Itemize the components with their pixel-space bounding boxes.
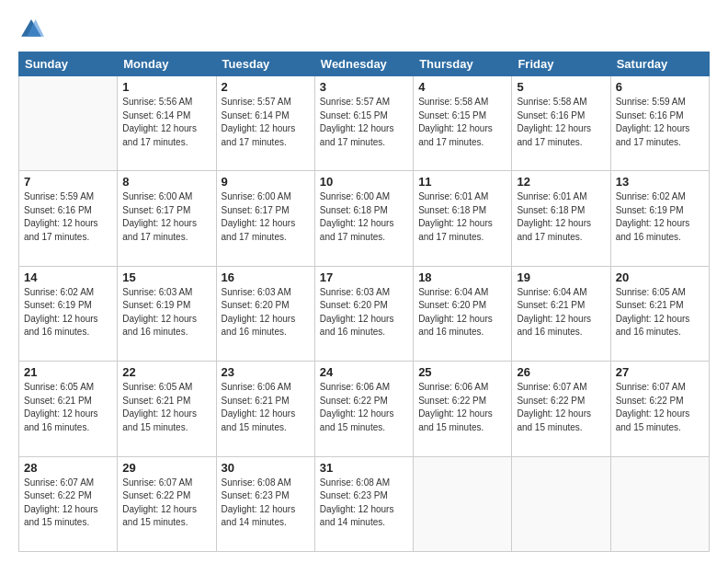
day-number: 29 [122,461,210,475]
calendar-cell: 28Sunrise: 6:07 AMSunset: 6:22 PMDayligh… [19,456,118,551]
day-info: Sunrise: 5:58 AMSunset: 6:15 PMDaylight:… [418,96,506,149]
calendar-cell: 24Sunrise: 6:06 AMSunset: 6:22 PMDayligh… [314,362,413,456]
day-number: 21 [24,365,112,379]
day-info: Sunrise: 6:00 AMSunset: 6:18 PMDaylight:… [320,190,408,244]
calendar-cell: 19Sunrise: 6:04 AMSunset: 6:21 PMDayligh… [512,266,610,361]
calendar-cell: 7Sunrise: 5:59 AMSunset: 6:16 PMDaylight… [19,171,118,266]
calendar-cell [610,456,709,551]
day-number: 26 [517,365,605,379]
day-info: Sunrise: 6:05 AMSunset: 6:21 PMDaylight:… [122,381,210,434]
day-number: 3 [320,80,408,94]
day-info: Sunrise: 6:05 AMSunset: 6:21 PMDaylight:… [616,286,704,339]
day-number: 31 [320,461,408,475]
calendar-table: SundayMondayTuesdayWednesdayThursdayFrid… [18,52,710,552]
day-info: Sunrise: 6:07 AMSunset: 6:22 PMDaylight:… [24,477,112,530]
day-info: Sunrise: 6:08 AMSunset: 6:23 PMDaylight:… [320,477,408,530]
weekday-header: Tuesday [216,52,314,76]
calendar-cell [19,76,118,171]
day-number: 7 [24,175,112,189]
calendar-cell: 10Sunrise: 6:00 AMSunset: 6:18 PMDayligh… [314,171,413,266]
calendar-cell: 17Sunrise: 6:03 AMSunset: 6:20 PMDayligh… [314,266,413,361]
day-info: Sunrise: 5:57 AMSunset: 6:15 PMDaylight:… [320,96,408,149]
day-info: Sunrise: 6:08 AMSunset: 6:23 PMDaylight:… [222,477,310,530]
calendar-cell: 15Sunrise: 6:03 AMSunset: 6:19 PMDayligh… [118,266,216,361]
day-info: Sunrise: 6:03 AMSunset: 6:20 PMDaylight:… [320,286,408,339]
calendar-week-row: 1Sunrise: 5:56 AMSunset: 6:14 PMDaylight… [19,76,710,171]
day-number: 8 [122,175,210,189]
calendar-week-row: 21Sunrise: 6:05 AMSunset: 6:21 PMDayligh… [19,362,710,456]
calendar-cell: 14Sunrise: 6:02 AMSunset: 6:19 PMDayligh… [19,266,118,361]
day-info: Sunrise: 6:07 AMSunset: 6:22 PMDaylight:… [517,381,605,434]
day-number: 18 [418,270,506,284]
day-number: 6 [616,80,704,94]
day-number: 24 [320,365,408,379]
day-number: 10 [320,175,408,189]
day-number: 11 [418,175,506,189]
day-number: 17 [320,270,408,284]
day-info: Sunrise: 6:06 AMSunset: 6:21 PMDaylight:… [222,381,310,434]
calendar-cell: 31Sunrise: 6:08 AMSunset: 6:23 PMDayligh… [314,456,413,551]
day-number: 15 [122,270,210,284]
day-number: 2 [222,80,310,94]
day-info: Sunrise: 5:59 AMSunset: 6:16 PMDaylight:… [616,96,704,149]
day-number: 14 [24,270,112,284]
calendar-cell: 6Sunrise: 5:59 AMSunset: 6:16 PMDaylight… [610,76,709,171]
day-info: Sunrise: 6:02 AMSunset: 6:19 PMDaylight:… [24,286,112,339]
day-number: 1 [122,80,210,94]
calendar-week-row: 14Sunrise: 6:02 AMSunset: 6:19 PMDayligh… [19,266,710,361]
calendar-cell: 30Sunrise: 6:08 AMSunset: 6:23 PMDayligh… [216,456,314,551]
day-number: 19 [517,270,605,284]
calendar-cell: 26Sunrise: 6:07 AMSunset: 6:22 PMDayligh… [512,362,610,456]
weekday-header: Thursday [414,52,512,76]
calendar-cell: 8Sunrise: 6:00 AMSunset: 6:17 PMDaylight… [118,171,216,266]
calendar-cell: 16Sunrise: 6:03 AMSunset: 6:20 PMDayligh… [216,266,314,361]
day-number: 16 [222,270,310,284]
calendar-cell: 12Sunrise: 6:01 AMSunset: 6:18 PMDayligh… [512,171,610,266]
header [18,17,710,42]
day-number: 23 [222,365,310,379]
day-info: Sunrise: 6:07 AMSunset: 6:22 PMDaylight:… [122,477,210,530]
day-info: Sunrise: 6:03 AMSunset: 6:20 PMDaylight:… [222,286,310,339]
calendar-cell [414,456,512,551]
calendar-cell: 1Sunrise: 5:56 AMSunset: 6:14 PMDaylight… [118,76,216,171]
calendar-cell: 27Sunrise: 6:07 AMSunset: 6:22 PMDayligh… [610,362,709,456]
day-number: 4 [418,80,506,94]
day-number: 30 [222,461,310,475]
day-info: Sunrise: 5:59 AMSunset: 6:16 PMDaylight:… [24,190,112,244]
calendar-cell [512,456,610,551]
day-number: 27 [616,365,704,379]
day-info: Sunrise: 6:00 AMSunset: 6:17 PMDaylight:… [122,190,210,244]
day-info: Sunrise: 6:00 AMSunset: 6:17 PMDaylight:… [222,190,310,244]
day-info: Sunrise: 6:03 AMSunset: 6:19 PMDaylight:… [122,286,210,339]
day-info: Sunrise: 6:07 AMSunset: 6:22 PMDaylight:… [616,381,704,434]
day-info: Sunrise: 6:06 AMSunset: 6:22 PMDaylight:… [320,381,408,434]
calendar-cell: 29Sunrise: 6:07 AMSunset: 6:22 PMDayligh… [118,456,216,551]
day-number: 13 [616,175,704,189]
day-info: Sunrise: 6:01 AMSunset: 6:18 PMDaylight:… [418,190,506,244]
calendar-cell: 22Sunrise: 6:05 AMSunset: 6:21 PMDayligh… [118,362,216,456]
calendar-cell: 23Sunrise: 6:06 AMSunset: 6:21 PMDayligh… [216,362,314,456]
day-info: Sunrise: 6:06 AMSunset: 6:22 PMDaylight:… [418,381,506,434]
calendar-cell: 9Sunrise: 6:00 AMSunset: 6:17 PMDaylight… [216,171,314,266]
weekday-header: Friday [512,52,610,76]
day-info: Sunrise: 5:58 AMSunset: 6:16 PMDaylight:… [517,96,605,149]
weekday-header: Monday [118,52,216,76]
day-number: 28 [24,461,112,475]
day-info: Sunrise: 5:57 AMSunset: 6:14 PMDaylight:… [222,96,310,149]
calendar-cell: 13Sunrise: 6:02 AMSunset: 6:19 PMDayligh… [610,171,709,266]
weekday-header-row: SundayMondayTuesdayWednesdayThursdayFrid… [19,52,710,76]
calendar-cell: 21Sunrise: 6:05 AMSunset: 6:21 PMDayligh… [19,362,118,456]
weekday-header: Wednesday [314,52,413,76]
day-number: 20 [616,270,704,284]
logo-icon [18,17,44,42]
day-number: 22 [122,365,210,379]
calendar-cell: 5Sunrise: 5:58 AMSunset: 6:16 PMDaylight… [512,76,610,171]
day-info: Sunrise: 5:56 AMSunset: 6:14 PMDaylight:… [122,96,210,149]
day-number: 9 [222,175,310,189]
day-info: Sunrise: 6:05 AMSunset: 6:21 PMDaylight:… [24,381,112,434]
calendar-week-row: 7Sunrise: 5:59 AMSunset: 6:16 PMDaylight… [19,171,710,266]
calendar-cell: 11Sunrise: 6:01 AMSunset: 6:18 PMDayligh… [414,171,512,266]
calendar-cell: 18Sunrise: 6:04 AMSunset: 6:20 PMDayligh… [414,266,512,361]
logo [18,17,48,42]
day-info: Sunrise: 6:04 AMSunset: 6:21 PMDaylight:… [517,286,605,339]
